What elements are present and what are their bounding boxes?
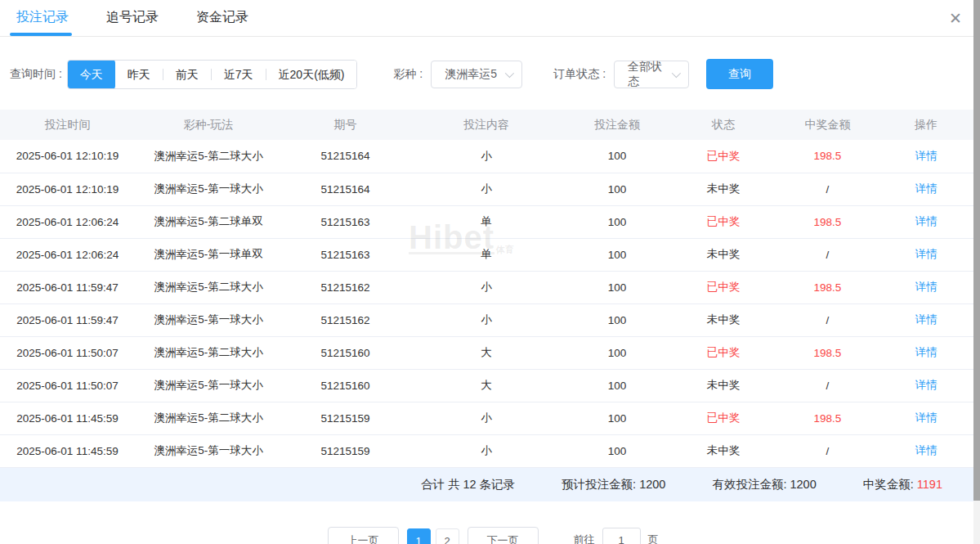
bet-time: 2025-06-01 12:10:19: [0, 173, 135, 205]
status-badge: 未中奖: [670, 303, 776, 336]
time-option-7days[interactable]: 近7天: [212, 60, 266, 89]
chevron-down-icon: [505, 68, 514, 77]
game-play: 澳洲幸运5-第二球大小: [135, 402, 282, 434]
prev-page-button[interactable]: 上一页: [328, 527, 399, 544]
bet-amount: 100: [564, 140, 670, 173]
summary-total: 合计 共 12 条记录: [421, 477, 515, 492]
summary-expected-value: 1200: [639, 478, 665, 491]
action-cell: 详情: [879, 238, 973, 271]
detail-link[interactable]: 详情: [915, 444, 937, 456]
time-option-today[interactable]: 今天: [68, 60, 115, 89]
bet-amount: 100: [564, 402, 670, 434]
win-amount: 198.5: [776, 271, 879, 303]
bet-content: 大: [409, 336, 564, 369]
order-status-label: 订单状态 :: [553, 67, 606, 82]
bet-time: 2025-06-01 11:59:47: [0, 303, 135, 336]
bet-content: 小: [409, 402, 564, 434]
game-play: 澳洲幸运5-第二球大小: [135, 140, 282, 173]
page-number-2[interactable]: 2: [436, 528, 459, 544]
goto-page-input[interactable]: [602, 528, 641, 544]
status-badge: 已中奖: [670, 140, 776, 173]
win-amount: /: [776, 434, 879, 467]
detail-link[interactable]: 详情: [915, 182, 937, 195]
bet-content: 小: [409, 173, 564, 205]
issue-number: 51215164: [282, 140, 409, 173]
action-cell: 详情: [879, 303, 973, 336]
bet-time: 2025-06-01 11:50:07: [0, 369, 135, 402]
order-status-value: 全部状态: [628, 60, 665, 89]
col-win-amount: 中奖金额: [776, 110, 879, 140]
status-badge: 已中奖: [670, 205, 776, 238]
bet-content: 小: [409, 271, 564, 303]
detail-link[interactable]: 详情: [915, 313, 937, 326]
scrollbar-thumb[interactable]: [973, 0, 980, 501]
tab-bet-records[interactable]: 投注记录: [16, 0, 69, 37]
action-cell: 详情: [879, 140, 973, 173]
action-cell: 详情: [879, 173, 973, 205]
action-cell: 详情: [879, 369, 973, 402]
game-play: 澳洲幸运5-第二球单双: [135, 205, 282, 238]
bet-content: 小: [409, 140, 564, 173]
summary-valid-value: 1200: [790, 478, 816, 491]
lottery-type-label: 彩种 :: [393, 67, 423, 82]
table-row: 2025-06-01 11:59:47 澳洲幸运5-第一球大小 51215162…: [0, 303, 973, 336]
detail-link[interactable]: 详情: [915, 215, 937, 227]
tab-fund-records[interactable]: 资金记录: [196, 0, 248, 37]
page-number-1[interactable]: 1: [407, 528, 431, 544]
issue-number: 51215163: [282, 238, 409, 271]
summary-expected: 预计投注金额: 1200: [562, 477, 665, 492]
status-badge: 已中奖: [670, 402, 776, 434]
bet-time: 2025-06-01 11:45:59: [0, 402, 135, 434]
bet-amount: 100: [564, 238, 670, 271]
goto-label: 前往: [574, 533, 595, 544]
issue-number: 51215163: [282, 205, 409, 238]
goto-page: 前往 页: [574, 528, 659, 544]
time-option-20days[interactable]: 近20天(低频): [266, 60, 357, 89]
records-table: 投注时间 彩种-玩法 期号 投注内容 投注金额 状态 中奖金额 操作 2025-…: [0, 110, 973, 468]
game-play: 澳洲幸运5-第一球大小: [135, 369, 282, 402]
win-amount: /: [776, 369, 879, 402]
bet-amount: 100: [564, 173, 670, 205]
goto-suffix: 页: [648, 533, 659, 544]
close-icon[interactable]: ✕: [949, 11, 962, 26]
detail-link[interactable]: 详情: [915, 281, 937, 293]
tab-chase-records[interactable]: 追号记录: [106, 0, 159, 37]
status-badge: 已中奖: [670, 336, 776, 369]
bet-content: 小: [409, 434, 564, 467]
col-issue: 期号: [282, 110, 409, 140]
col-bet-amount: 投注金额: [564, 110, 670, 140]
table-row: 2025-06-01 12:10:19 澳洲幸运5-第二球大小 51215164…: [0, 140, 973, 173]
table-row: 2025-06-01 11:50:07 澳洲幸运5-第二球大小 51215160…: [0, 336, 973, 369]
time-option-yesterday[interactable]: 昨天: [115, 60, 163, 89]
bet-time: 2025-06-01 11:45:59: [0, 434, 135, 467]
status-badge: 未中奖: [670, 369, 776, 402]
issue-number: 51215159: [282, 434, 409, 467]
scrollbar-track: [973, 0, 980, 544]
bet-amount: 100: [564, 369, 670, 402]
issue-number: 51215162: [282, 303, 409, 336]
win-amount: /: [776, 303, 879, 336]
time-option-day-before[interactable]: 前天: [163, 60, 211, 89]
query-button[interactable]: 查询: [706, 59, 773, 89]
status-badge: 未中奖: [670, 434, 776, 467]
filter-bar: 查询时间 : 今天 昨天 前天 近7天 近20天(低频) 彩种 : 澳洲幸运5 …: [10, 59, 980, 89]
summary-valid-label: 有效投注金额:: [712, 478, 790, 491]
summary-expected-label: 预计投注金额:: [562, 478, 639, 491]
lottery-type-value: 澳洲幸运5: [445, 67, 497, 82]
bet-content: 小: [409, 303, 564, 336]
lottery-type-select[interactable]: 澳洲幸运5: [431, 61, 522, 88]
issue-number: 51215162: [282, 271, 409, 303]
summary-win-label: 中奖金额:: [863, 478, 917, 491]
detail-link[interactable]: 详情: [915, 379, 937, 391]
next-page-button[interactable]: 下一页: [468, 527, 539, 544]
detail-link[interactable]: 详情: [915, 150, 937, 162]
detail-link[interactable]: 详情: [915, 411, 937, 424]
win-amount: /: [776, 173, 879, 205]
tab-bar: 投注记录 追号记录 资金记录 ✕: [0, 0, 980, 37]
detail-link[interactable]: 详情: [915, 248, 937, 260]
detail-link[interactable]: 详情: [915, 346, 937, 358]
win-amount: 198.5: [776, 205, 879, 238]
bet-content: 单: [409, 238, 564, 271]
order-status-select[interactable]: 全部状态: [614, 61, 689, 88]
bet-content: 大: [409, 369, 564, 402]
